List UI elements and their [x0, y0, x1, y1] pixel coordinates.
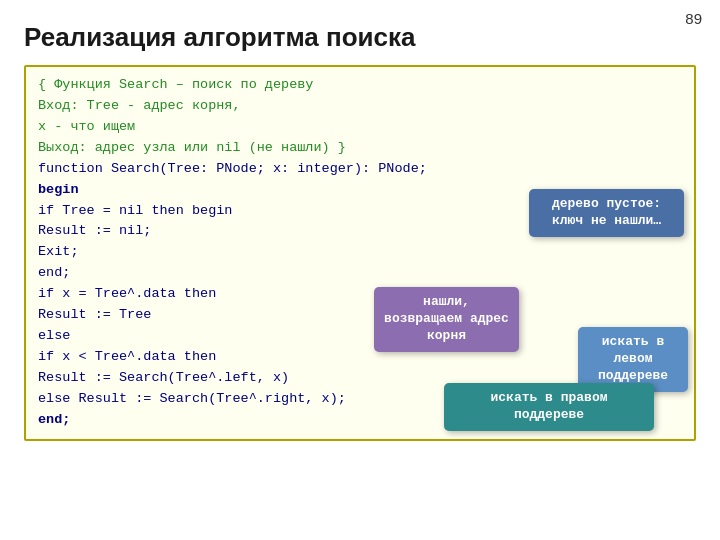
code-line-5: Exit;: [38, 244, 79, 259]
code-line-8: Result := Tree: [38, 307, 151, 322]
code-line-9: else: [38, 328, 70, 343]
code-line-6: end;: [38, 265, 70, 280]
code-line-12: else Result := Search(Tree^.right, x);: [38, 391, 346, 406]
tooltip-search-left: искать в левом поддереве: [578, 327, 688, 392]
comment-line-1: { Функция Search – поиск по дереву: [38, 77, 313, 92]
tooltip-empty-tree: дерево пустое: ключ не нашли…: [529, 189, 684, 237]
code-line-7: if x = Tree^.data then: [38, 286, 216, 301]
code-line-13: end;: [38, 412, 70, 427]
slide: 89 Реализация алгоритма поиска { Функция…: [0, 0, 720, 540]
code-line-4: Result := nil;: [38, 223, 151, 238]
code-line-10: if x < Tree^.data then: [38, 349, 216, 364]
code-box: { Функция Search – поиск по дереву Вход:…: [24, 65, 696, 441]
page-number: 89: [685, 10, 702, 27]
code-line-11: Result := Search(Tree^.left, x): [38, 370, 289, 385]
code-line-2: begin: [38, 182, 79, 197]
code-line-1: function Search(Tree: PNode; x: integer)…: [38, 161, 427, 176]
tooltip-found: нашли, возвращаем адрес корня: [374, 287, 519, 352]
comment-line-4: Выход: адрес узла или nil (не нашли) }: [38, 140, 346, 155]
code-line-3: if Tree = nil then begin: [38, 203, 232, 218]
slide-title: Реализация алгоритма поиска: [24, 22, 696, 53]
comment-line-3: x - что ищем: [38, 119, 135, 134]
tooltip-search-right: искать в правом поддереве: [444, 383, 654, 431]
comment-line-2: Вход: Tree - адрес корня,: [38, 98, 241, 113]
